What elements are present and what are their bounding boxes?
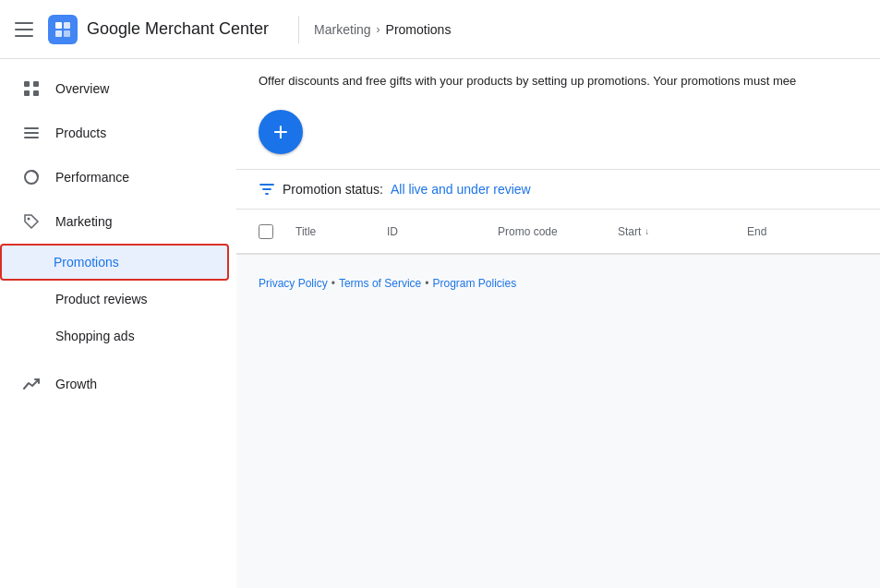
svg-rect-0 (55, 22, 62, 29)
table-header-end[interactable]: End (747, 225, 858, 238)
hamburger-menu-button[interactable] (15, 18, 37, 41)
add-button-row: + (236, 102, 880, 169)
svg-rect-4 (24, 81, 30, 87)
footer-separator-2: • (425, 277, 428, 290)
filter-status[interactable]: All live and under review (391, 182, 531, 197)
sidebar-subitem-product-reviews-label: Product reviews (55, 292, 148, 306)
sort-down-icon: ↓ (645, 226, 649, 236)
privacy-policy-link[interactable]: Privacy Policy (259, 277, 328, 290)
svg-rect-2 (55, 30, 62, 37)
sidebar-subitem-shopping-ads[interactable]: Shopping ads (0, 318, 222, 354)
filter-label: Promotion status: (283, 182, 383, 197)
svg-rect-6 (24, 90, 30, 96)
app-logo-icon (48, 15, 78, 44)
top-header: Google Merchant Center Marketing › Promo… (0, 0, 880, 59)
breadcrumb-current: Promotions (386, 22, 452, 37)
svg-rect-5 (33, 81, 39, 87)
footer-separator-1: • (332, 277, 335, 290)
sidebar-item-growth-label: Growth (55, 377, 97, 391)
table-header-checkbox[interactable] (259, 224, 295, 239)
content-top: Offer discounts and free gifts with your… (236, 59, 880, 255)
terms-service-link[interactable]: Terms of Service (339, 277, 421, 290)
circle-icon (22, 168, 41, 186)
list-icon (22, 124, 41, 142)
svg-point-12 (28, 218, 30, 221)
sidebar-item-performance-label: Performance (55, 170, 129, 185)
footer-links: Privacy Policy • Terms of Service • Prog… (259, 277, 858, 290)
svg-rect-3 (64, 30, 70, 37)
grid-icon (22, 79, 41, 98)
sidebar-subitem-shopping-ads-label: Shopping ads (55, 329, 135, 343)
table-header-promo-code[interactable]: Promo code (498, 225, 618, 238)
sidebar-item-marketing-label: Marketing (55, 214, 112, 229)
app-title: Google Merchant Center (87, 19, 269, 39)
add-promotion-button[interactable]: + (259, 110, 303, 154)
table-container: Title ID Promo code Start ↓ End (236, 210, 880, 254)
header-divider (298, 16, 299, 43)
svg-rect-1 (64, 22, 70, 29)
sidebar-item-overview[interactable]: Overview (0, 66, 222, 111)
sidebar-item-marketing[interactable]: Marketing (0, 199, 222, 244)
table-header-title[interactable]: Title (295, 225, 387, 238)
footer: Privacy Policy • Terms of Service • Prog… (236, 255, 880, 588)
sidebar-subitem-promotions[interactable]: Promotions (0, 244, 229, 281)
svg-rect-10 (24, 137, 39, 138)
breadcrumb-parent[interactable]: Marketing (314, 22, 370, 37)
table-header: Title ID Promo code Start ↓ End (236, 210, 880, 254)
sidebar-item-products[interactable]: Products (0, 111, 222, 155)
plus-icon: + (273, 117, 288, 147)
breadcrumb: Marketing › Promotions (314, 22, 451, 37)
table-header-id[interactable]: ID (387, 225, 498, 238)
sidebar: Overview Products Performance (0, 59, 236, 588)
sidebar-item-performance[interactable]: Performance (0, 155, 222, 199)
sidebar-subitem-product-reviews[interactable]: Product reviews (0, 281, 222, 318)
sidebar-item-products-label: Products (55, 126, 106, 140)
breadcrumb-arrow: › (377, 23, 380, 36)
sidebar-subitem-promotions-label: Promotions (54, 255, 119, 270)
sidebar-item-growth[interactable]: Growth (0, 362, 222, 406)
program-policies-link[interactable]: Program Policies (432, 277, 516, 290)
svg-rect-9 (24, 132, 39, 134)
filter-icon[interactable] (259, 181, 275, 198)
logo-area: Google Merchant Center (48, 15, 269, 44)
tag-icon (22, 212, 41, 231)
content-area: Offer discounts and free gifts with your… (236, 59, 880, 588)
trend-icon (22, 375, 41, 393)
svg-rect-8 (24, 127, 39, 129)
select-all-checkbox[interactable] (259, 224, 273, 239)
filter-bar: Promotion status: All live and under rev… (236, 169, 880, 210)
svg-rect-7 (33, 90, 39, 96)
sidebar-item-overview-label: Overview (55, 81, 109, 96)
main-layout: Overview Products Performance (0, 59, 880, 588)
table-header-start[interactable]: Start ↓ (618, 225, 747, 238)
description-bar: Offer discounts and free gifts with your… (236, 59, 880, 102)
